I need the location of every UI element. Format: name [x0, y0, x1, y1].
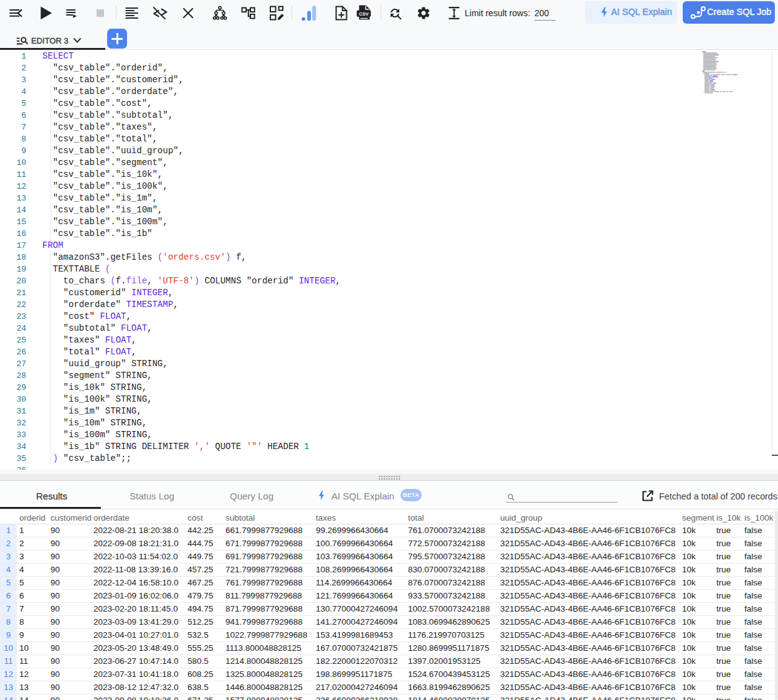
svg-text:CSV: CSV — [359, 11, 369, 17]
